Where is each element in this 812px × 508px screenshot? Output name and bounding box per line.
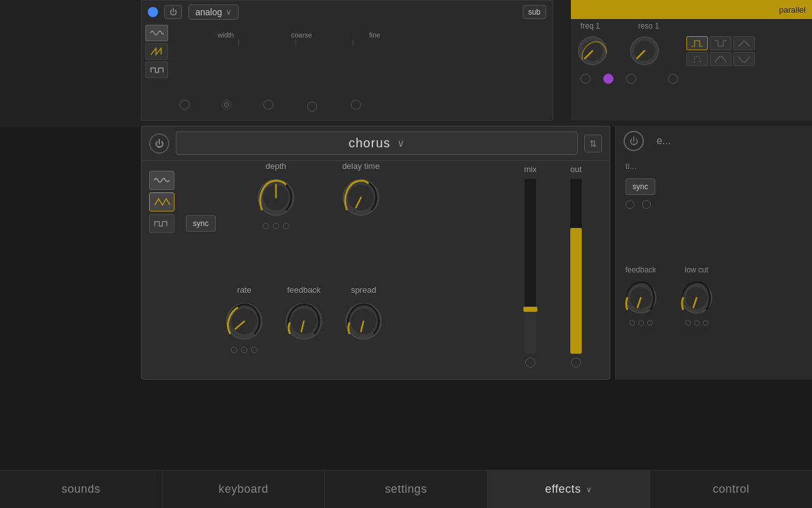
depth-dot-1[interactable] — [263, 223, 269, 229]
top-left-panel: ⏻ analog ∨ sub — [141, 0, 553, 121]
filter-shape-2[interactable] — [710, 36, 731, 50]
depth-dot-3[interactable] — [283, 223, 289, 229]
feedback-label: feedback — [287, 285, 321, 295]
freq1-knob[interactable] — [576, 34, 609, 67]
wave-square-button[interactable] — [145, 62, 168, 78]
tab-control[interactable]: control — [650, 471, 812, 508]
tab-sounds-label: sounds — [62, 483, 100, 496]
filter-shape-4[interactable] — [686, 52, 708, 66]
chorus-wave-square[interactable] — [149, 214, 174, 233]
right-effect-label: e... — [657, 135, 671, 147]
tab-settings[interactable]: settings — [325, 471, 487, 508]
preset-selector-analog[interactable]: analog ∨ — [188, 4, 239, 20]
right-panel-header: ⏻ e... — [616, 126, 812, 156]
sync-button[interactable]: sync — [186, 215, 216, 232]
right-bottom-knobs: feedback low cut — [622, 265, 715, 326]
reso1-knob[interactable] — [628, 34, 661, 67]
fine-label: fine — [369, 31, 381, 39]
top-knob-labels: width coarse fine — [218, 31, 380, 41]
chorus-header: ⏻ chorus ∨ ⇅ — [141, 126, 610, 161]
coarse-label: coarse — [291, 31, 312, 39]
tab-keyboard[interactable]: keyboard — [162, 471, 325, 508]
tab-control-label: control — [713, 483, 750, 496]
right-panel-sub-label: ti... — [616, 156, 812, 176]
bottom-knobs-row: rate feedback — [224, 285, 384, 353]
tab-settings-label: settings — [385, 483, 427, 496]
right-radio-1[interactable] — [625, 200, 634, 209]
wave-sine-button[interactable] — [145, 25, 168, 41]
mix-slider-handle[interactable] — [523, 307, 537, 312]
out-slider-group: out — [560, 164, 592, 368]
radio-3[interactable] — [626, 74, 636, 84]
tab-effects[interactable]: effects ∨ — [488, 471, 650, 508]
tab-keyboard-label: keyboard — [219, 483, 268, 496]
bottom-nav: sounds keyboard settings effects ∨ contr… — [0, 470, 812, 508]
filter-radio-row — [571, 69, 812, 89]
chorus-wave-triangle[interactable] — [149, 192, 174, 211]
rate-dot-2[interactable] — [241, 347, 247, 353]
right-feedback-dot-2[interactable] — [638, 320, 644, 326]
filter-shapes-grid — [686, 36, 755, 66]
rate-knob-group: rate — [224, 285, 265, 353]
right-feedback-dot-3[interactable] — [647, 320, 653, 326]
tab-sounds[interactable]: sounds — [0, 471, 162, 508]
right-lowcut-label: low cut — [684, 265, 708, 274]
filter-shape-5[interactable] — [710, 52, 731, 66]
sine-wave-icon — [150, 29, 164, 37]
depth-dots — [263, 223, 289, 229]
radio-4[interactable] — [668, 74, 678, 84]
blue-indicator — [148, 7, 158, 17]
filter-shape-1[interactable] — [686, 36, 708, 50]
feedback-knob-group: feedback — [284, 285, 324, 353]
sub-button[interactable]: sub — [523, 5, 546, 19]
spread-knob[interactable] — [343, 301, 384, 342]
depth-knob-group: depth — [256, 161, 296, 229]
top-left-header: ⏻ analog ∨ sub — [141, 1, 553, 23]
right-feedback-knob[interactable] — [622, 279, 659, 316]
spread-knob-group: spread — [343, 285, 384, 353]
right-lowcut-dot-2[interactable] — [694, 320, 700, 326]
depth-label: depth — [266, 161, 287, 171]
mix-slider-track[interactable] — [525, 179, 536, 354]
freq-reso-labels: freq 1 reso 1 — [571, 19, 812, 33]
radio-2-active[interactable] — [603, 74, 613, 84]
chorus-power-button[interactable]: ⏻ — [149, 133, 169, 154]
right-lowcut-dot-3[interactable] — [703, 320, 709, 326]
out-slider-track[interactable] — [570, 179, 582, 354]
filter-shape-3[interactable] — [733, 36, 755, 50]
right-feedback-dot-1[interactable] — [629, 320, 635, 326]
mix-slider-dot[interactable] — [525, 358, 535, 368]
arrows-button[interactable]: ⇅ — [584, 135, 602, 152]
delaytime-knob[interactable] — [341, 177, 381, 218]
right-radio-2[interactable] — [642, 200, 651, 209]
wave-sawtooth-button[interactable] — [145, 43, 168, 60]
filter-shape-6[interactable] — [733, 52, 755, 66]
chorus-wave-sine[interactable] — [149, 171, 174, 190]
square-wave-icon — [150, 65, 164, 74]
out-slider-dot[interactable] — [571, 358, 581, 368]
right-lowcut-dot-1[interactable] — [685, 320, 691, 326]
delaytime-label: delay time — [342, 161, 379, 171]
chorus-sine-icon — [154, 175, 170, 185]
right-power-button[interactable]: ⏻ — [624, 131, 644, 151]
rate-dot-1[interactable] — [231, 347, 237, 353]
power-button-top[interactable]: ⏻ — [164, 5, 182, 19]
coarse-tick: | — [295, 39, 297, 46]
depth-knob[interactable] — [256, 177, 296, 218]
feedback-knob[interactable] — [284, 301, 324, 342]
right-lowcut-dots — [685, 320, 709, 326]
right-sync-button[interactable]: sync — [625, 178, 655, 195]
rate-knob[interactable] — [224, 301, 265, 342]
radio-1[interactable] — [580, 74, 591, 84]
rate-dot-3[interactable] — [251, 347, 258, 353]
fine-tick: | — [352, 39, 354, 46]
chorus-preset-bar[interactable]: chorus ∨ — [176, 131, 578, 155]
depth-dot-2[interactable] — [273, 223, 279, 229]
right-lowcut-knob[interactable] — [678, 279, 715, 316]
right-feedback-dots — [629, 320, 653, 326]
top-right-header: parallel — [571, 0, 812, 19]
waveform-selectors — [145, 25, 168, 78]
preset-name-analog: analog — [195, 7, 222, 17]
right-panel: ⏻ e... ti... sync feedback — [615, 126, 812, 380]
chorus-chevron-icon: ∨ — [397, 137, 405, 149]
